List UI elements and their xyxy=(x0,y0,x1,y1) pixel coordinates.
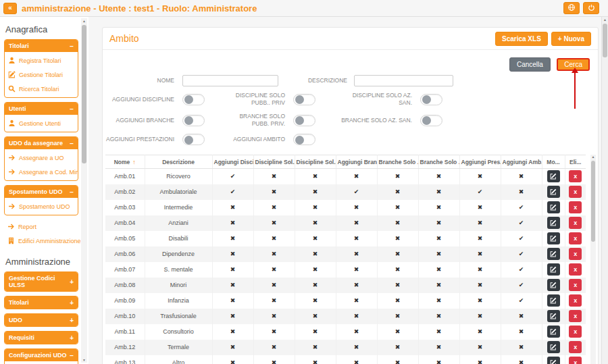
cross-icon: ✖ xyxy=(212,215,253,231)
edit-row-button[interactable] xyxy=(547,279,560,291)
scarica-xls-button[interactable]: Scarica XLS xyxy=(495,32,548,46)
scroll-up-icon[interactable]: ▲ xyxy=(81,18,87,24)
column-header-aggiungi-bran[interactable]: Aggiungi Bran... xyxy=(336,155,377,169)
pencil-icon xyxy=(550,218,557,228)
edit-row-button[interactable] xyxy=(547,263,560,276)
edit-row-button[interactable] xyxy=(547,341,560,353)
sidebar-panel-header-spostamento-udo[interactable]: Spostamento UDO− xyxy=(5,186,78,198)
language-globe-button[interactable] xyxy=(563,2,580,14)
sidebar-panel-header-gestione-codici-ulss[interactable]: Gestione Codici ULSS+ xyxy=(5,272,78,291)
sidebar-collapse-button[interactable]: « xyxy=(3,3,17,14)
delete-row-button[interactable]: x xyxy=(569,279,582,291)
sidebar-item-label: Gestione Titolari xyxy=(19,72,63,78)
toggle-branche-solo-az-san[interactable] xyxy=(420,115,442,126)
delete-row-button[interactable]: x xyxy=(569,170,582,182)
cell-descrizione: Termale xyxy=(145,340,212,355)
edit-row-button[interactable] xyxy=(547,357,560,364)
sidebar-panel-header-requisiti[interactable]: Requisiti+ xyxy=(5,332,78,344)
sidebar-panel-header-titolari[interactable]: Titolari+ xyxy=(5,296,78,309)
scroll-down-icon[interactable]: ▼ xyxy=(81,357,87,363)
edit-row-button[interactable] xyxy=(547,217,560,229)
toggle-aggiungi-prestazioni[interactable] xyxy=(182,134,205,145)
logout-power-button[interactable] xyxy=(583,2,599,14)
cell-nome: Amb.04 xyxy=(105,215,145,231)
sidebar-scrollbar-thumb[interactable] xyxy=(82,25,86,163)
sidebar-item-gestione-utenti[interactable]: Gestione Utenti xyxy=(5,116,78,130)
cross-icon: ✖ xyxy=(253,293,295,309)
edit-row-button[interactable] xyxy=(547,201,560,213)
delete-row-button[interactable]: x xyxy=(569,201,582,213)
cell-elimina: x xyxy=(565,169,586,184)
scroll-up-icon[interactable]: ▲ xyxy=(590,155,596,159)
filter-label-discipline-solo-pubb-priv: DISCIPLINE SOLO PUBB.. PRIV xyxy=(226,92,285,107)
sidebar-item-ricerca-titolari[interactable]: Ricerca Titolari xyxy=(5,82,78,96)
delete-row-button[interactable]: x xyxy=(569,326,582,338)
delete-row-button[interactable]: x xyxy=(569,310,582,322)
sidebar-item-gestione-titolari[interactable]: Gestione Titolari xyxy=(5,68,78,82)
delete-row-button[interactable]: x xyxy=(569,263,582,276)
sidebar-item-spostamento-udo[interactable]: Spostamento UDO xyxy=(5,199,78,213)
cross-icon: ✖ xyxy=(377,262,418,278)
sidebar-item-report[interactable]: Report xyxy=(4,219,80,234)
delete-row-button[interactable]: x xyxy=(569,341,582,353)
cell-descrizione: Minori xyxy=(145,278,212,293)
edit-row-button[interactable] xyxy=(547,186,560,198)
page-scrollbar-thumb[interactable] xyxy=(603,24,607,57)
column-header-nome[interactable]: Nome↑ xyxy=(105,155,145,169)
descrizione-input[interactable] xyxy=(354,75,453,86)
cross-icon: ✖ xyxy=(501,184,542,200)
table-scrollbar[interactable]: ▲ ▼ xyxy=(590,155,596,364)
page-scrollbar[interactable]: ▲ xyxy=(601,17,608,364)
toggle-aggiungi-ambito[interactable] xyxy=(293,134,315,145)
column-header-aggiungi-pres[interactable]: Aggiungi Pres... xyxy=(459,155,501,169)
column-header-aggiungi-disci[interactable]: Aggiungi Disci... xyxy=(212,155,253,169)
column-header-branche-solo[interactable]: Branche Solo ... xyxy=(418,155,459,169)
edit-row-button[interactable] xyxy=(547,232,560,244)
scroll-up-icon[interactable]: ▲ xyxy=(602,17,608,22)
column-header-discipline-sol[interactable]: Discipline Sol... xyxy=(295,155,336,169)
column-header-branche-solo[interactable]: Branche Solo ... xyxy=(377,155,418,169)
sidebar-item-registra-titolari[interactable]: Registra Titolari xyxy=(5,53,78,68)
toggle-discipline-solo-pubb-priv[interactable] xyxy=(293,94,315,105)
cross-icon: ✖ xyxy=(418,262,459,278)
delete-row-button[interactable]: x xyxy=(569,186,582,198)
toggle-aggiungi-branche[interactable] xyxy=(182,115,205,126)
column-label: Aggiungi Disci... xyxy=(214,159,254,165)
cancella-button[interactable]: Cancella xyxy=(509,57,551,72)
edit-row-button[interactable] xyxy=(547,294,560,307)
column-header-descrizione[interactable]: Descrizione xyxy=(145,155,212,169)
sidebar-panel-header-udo[interactable]: UDO+ xyxy=(5,314,78,326)
edit-row-button[interactable] xyxy=(547,310,560,322)
delete-row-button[interactable]: x xyxy=(569,294,582,307)
edit-row-button[interactable] xyxy=(547,248,560,260)
table-scrollbar-thumb[interactable] xyxy=(591,161,595,242)
nuova-button[interactable]: + Nuova xyxy=(551,32,591,46)
toggle-aggiungi-discipline[interactable] xyxy=(182,94,205,105)
delete-row-button[interactable]: x xyxy=(569,248,582,260)
cross-icon: ✖ xyxy=(212,324,253,340)
minus-icon: − xyxy=(70,43,74,49)
delete-row-button[interactable]: x xyxy=(569,217,582,229)
cross-icon: ✖ xyxy=(295,340,336,355)
column-header-aggiungi-amb[interactable]: Aggiungi Amb... xyxy=(501,155,542,169)
sidebar-panel-header-utenti[interactable]: Utenti− xyxy=(5,103,78,115)
plus-icon: + xyxy=(70,335,74,341)
edit-row-button[interactable] xyxy=(547,326,560,338)
cross-icon: ✖ xyxy=(212,246,253,262)
edit-row-button[interactable] xyxy=(547,170,560,182)
sidebar-scrollbar[interactable]: ▲ ▼ xyxy=(81,18,87,363)
cross-icon: ✖ xyxy=(377,246,418,262)
panel-body: Gestione Utenti xyxy=(5,115,78,132)
sidebar-item-assegnare-a-cod-min[interactable]: Assegnare a Cod. Min. xyxy=(5,165,78,179)
sidebar-item-edifici-amministrazione[interactable]: Edifici Amministrazione xyxy=(4,234,80,248)
nome-input[interactable] xyxy=(182,75,278,86)
column-header-discipline-sol[interactable]: Discipline Sol... xyxy=(253,155,295,169)
sidebar-panel-header-configurazioni-udo[interactable]: Configurazioni UDO− xyxy=(5,349,78,361)
sidebar-item-assegnare-a-uo[interactable]: Assegnare a UO xyxy=(5,151,78,165)
delete-row-button[interactable]: x xyxy=(569,232,582,244)
delete-row-button[interactable]: x xyxy=(569,357,582,364)
sidebar-panel-header-titolari[interactable]: Titolari− xyxy=(5,40,78,52)
sidebar-panel-header-udo-da-assegnare[interactable]: UDO da assegnare− xyxy=(5,137,78,149)
toggle-discipline-solo-az-san[interactable] xyxy=(420,94,442,105)
toggle-branche-solo-pubb-priv[interactable] xyxy=(293,115,315,126)
